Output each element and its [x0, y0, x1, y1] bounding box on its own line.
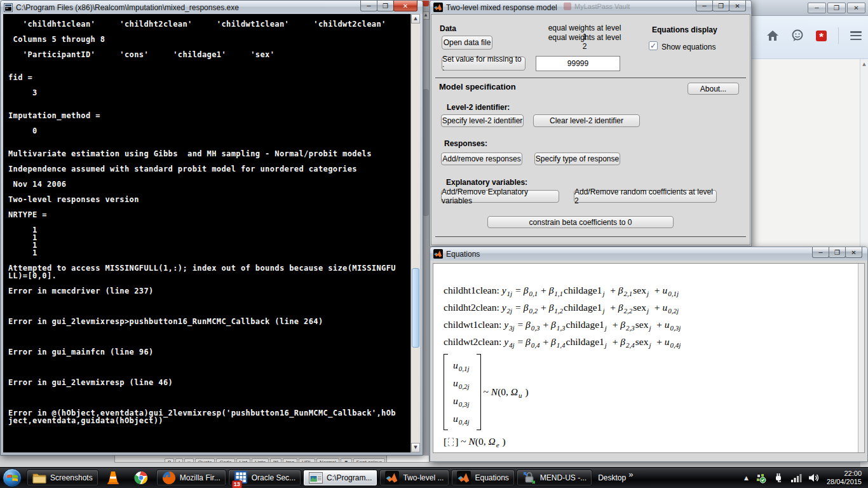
bracket-left	[444, 354, 448, 430]
editor-buttons[interactable]: BiuQuoteCodeListList=[*]ImgURLNormal▼Fon…	[165, 455, 386, 463]
specify-type-button[interactable]: Specify type of response	[534, 152, 620, 165]
browser-window-controls: −❐✕	[806, 1, 865, 13]
taskbar-item-mendus[interactable]: MEND-US -...	[517, 470, 592, 486]
model-titlebar[interactable]: Two-level mixed response model MyLastPas…	[430, 1, 751, 14]
model-minimize-button[interactable]: −	[696, 1, 713, 11]
windows-logo-icon	[7, 473, 18, 483]
matlab-icon	[433, 249, 443, 259]
weights-level2-text: equal weights at level 2	[546, 33, 623, 51]
scroll-up-icon[interactable]: ▲	[411, 14, 420, 24]
console-restore-button[interactable]: ❐	[377, 1, 394, 11]
model-restore-button[interactable]: ❐	[712, 1, 729, 11]
firefox-icon	[162, 471, 176, 485]
folder-icon	[32, 472, 46, 484]
equations-scrollbar[interactable]	[858, 264, 864, 452]
equations-client: childht1clean: y1j = β0,1 + β1,1childage…	[433, 263, 865, 453]
matlab-icon	[385, 471, 399, 485]
padlock-transfer-icon	[522, 471, 536, 485]
volume-icon[interactable]	[808, 473, 820, 483]
random-effects-matrix: u0,1ju0,2ju0,3ju0,4j ~ N(0, Ωu )	[444, 354, 851, 430]
matlab-icon	[433, 3, 443, 12]
bottom-divider	[435, 236, 746, 237]
equations-close-button[interactable]: ✕	[845, 247, 862, 258]
constrain-beta-button[interactable]: constrain beta coefficients to 0	[487, 216, 674, 228]
program-window-icon	[309, 472, 323, 484]
taskbar: Screenshots Mozilla	[0, 467, 868, 488]
console-scroll-thumb[interactable]	[412, 268, 419, 348]
taskbar-item-oracle[interactable]: 13 Oracle Sec...	[228, 470, 301, 486]
console-app-icon	[4, 3, 13, 12]
equation-row: childwt2clean: y4j = β0,4 + β1,4childage…	[444, 333, 851, 350]
clock-date: 28/04/2015	[827, 478, 862, 486]
console-window: C:\Program Files (x86)\Realcom\Imputatio…	[0, 0, 423, 456]
sync-status-icon[interactable]	[755, 472, 766, 484]
oracle-badge: 13	[232, 480, 242, 488]
taskbar-item-console[interactable]: C:\Program...	[303, 470, 377, 486]
set-missing-value-button[interactable]: Set value for missing to :	[442, 57, 526, 71]
taskbar-item-firefox[interactable]: Mozilla Fir...	[156, 470, 226, 486]
menu-hamburger-icon[interactable]	[850, 31, 862, 40]
equations-minimize-button[interactable]: −	[812, 247, 829, 258]
power-plug-icon[interactable]	[773, 472, 784, 484]
matlab-icon	[457, 471, 471, 485]
equations-restore-button[interactable]: ❐	[829, 247, 846, 258]
equations-titlebar[interactable]: Equations − ❐ ✕	[430, 247, 867, 261]
model-window: Two-level mixed response model MyLastPas…	[430, 0, 752, 247]
equation-row: childht1clean: y1j = β0,1 + β1,1childage…	[444, 281, 851, 299]
vlc-icon	[107, 471, 119, 485]
taskbar-desktop-toolbar[interactable]: Desktop »	[594, 470, 637, 486]
taskbar-item-two-level[interactable]: Two-level ...	[379, 470, 449, 486]
show-equations-label: Show equations	[661, 43, 715, 51]
add-remove-responses-button[interactable]: Add/remove responses	[441, 152, 522, 165]
ghost-icon	[564, 3, 571, 10]
model-title: Two-level mixed response model	[446, 3, 557, 12]
browser-close-button[interactable]: ✕	[847, 3, 865, 13]
matrix-entries: u0,1ju0,2ju0,3ju0,4j	[448, 354, 477, 430]
console-output: 'childht1clean' 'childht2clean' 'childwt…	[8, 20, 405, 424]
bracket-right	[477, 354, 481, 430]
show-hidden-icons[interactable]: ▲	[744, 475, 749, 481]
show-equations-checkbox[interactable]: ✓	[649, 41, 658, 50]
background-red-button	[423, 1, 429, 6]
console-close-button[interactable]: ✕	[393, 1, 417, 11]
taskbar-item-equations[interactable]: Equations	[451, 470, 514, 486]
taskbar-item-vlc[interactable]	[100, 470, 126, 486]
explanatory-label: Explanatory variables:	[446, 178, 527, 187]
start-button[interactable]	[3, 468, 22, 487]
background-tab-ghost: MyLastPass Vault	[564, 3, 630, 10]
background-scroll-thumb	[423, 89, 429, 216]
section-divider	[435, 78, 746, 78]
model-close-button[interactable]: ✕	[729, 1, 746, 11]
console-scrollbar[interactable]: ▲ ▼	[410, 14, 420, 452]
specify-level2-button[interactable]: Specify level-2 identifier	[441, 114, 524, 127]
clear-level2-button[interactable]: Clear level-2 identifier	[533, 114, 640, 127]
clock[interactable]: 22:00 28/04/2015	[827, 470, 862, 486]
browser-minimize-button[interactable]: −	[808, 3, 826, 13]
scroll-down-icon[interactable]: ▼	[411, 443, 420, 452]
equation-row: childht2clean: y2j = β0,2 + β1,2childage…	[444, 299, 851, 316]
add-remove-explanatory-button[interactable]: Add/Remove Explanatory variables	[441, 190, 559, 203]
chrome-icon	[134, 471, 148, 485]
about-button[interactable]: About...	[688, 83, 739, 95]
equations-area: childht1clean: y1j = β0,1 + β1,1childage…	[444, 281, 851, 450]
responses-label: Responses:	[444, 139, 487, 148]
system-tray: ▲	[744, 470, 868, 486]
lastpass-icon[interactable]: *	[816, 30, 827, 41]
clock-time: 22:00	[827, 470, 862, 478]
console-titlebar[interactable]: C:\Program Files (x86)\Realcom\Imputatio…	[1, 1, 423, 14]
editor-input[interactable]	[386, 455, 430, 463]
model-spec-header: Model specification	[439, 82, 516, 92]
equations-display-header: Equations display	[652, 25, 717, 34]
missing-value-field[interactable]: 99999	[536, 56, 620, 71]
chat-smiley-icon[interactable]	[790, 29, 804, 42]
console-minimize-button[interactable]: −	[360, 1, 377, 11]
open-data-file-button[interactable]: Open data file	[442, 36, 492, 50]
taskbar-item-screenshots[interactable]: Screenshots	[27, 470, 98, 486]
oracle-icon: 13	[234, 470, 248, 486]
taskbar-item-chrome[interactable]	[128, 470, 154, 486]
level2-identifier-label: Level-2 identifier:	[447, 103, 510, 112]
network-signal-icon[interactable]	[790, 473, 802, 483]
add-remove-random-button[interactable]: Add/Remove random coefficients at level …	[574, 190, 717, 203]
browser-restore-button[interactable]: ❐	[827, 3, 846, 13]
home-icon[interactable]	[766, 30, 779, 41]
